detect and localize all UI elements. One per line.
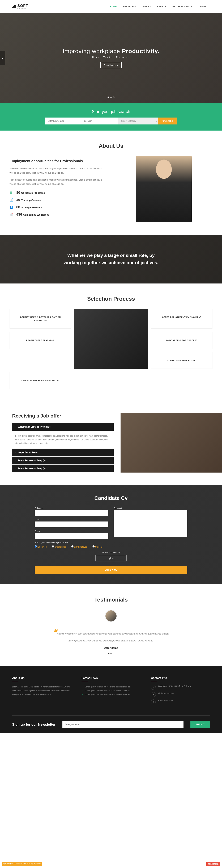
employment-status-label: Specify your current employment status — [35, 541, 187, 544]
location-input[interactable] — [82, 118, 118, 124]
process-step[interactable]: OFFER FOR STUDENT EMPLOYMENT — [151, 309, 213, 329]
process-image — [74, 309, 148, 369]
phone-icon: ✆ — [151, 700, 156, 704]
process-step[interactable]: IDENTIFY NEED & DEVELOP POSITION DESCRIP… — [9, 309, 71, 329]
offer-title: Receiving a Job offer — [12, 413, 114, 419]
offer-image — [121, 413, 222, 472]
process-step[interactable]: RECRUITMENT PLANNING — [9, 332, 71, 349]
quote-icon: ❝ — [53, 628, 57, 636]
newsletter-heading: Sign up for our Newsletter — [12, 722, 56, 726]
newsletter-input[interactable] — [62, 721, 184, 728]
name-label: Full name — [35, 507, 108, 509]
radio-option[interactable]: Unemployed — [52, 546, 66, 548]
comment-textarea[interactable] — [114, 510, 187, 537]
footer-about-text: Lorem ipsum non habent claritatem insita… — [12, 685, 71, 696]
name-input[interactable] — [35, 510, 108, 516]
category-select[interactable]: Select Category — [118, 118, 158, 124]
upload-label: Upload your resume — [35, 551, 187, 553]
banner-text: Whether we play a large or small role, b… — [62, 252, 160, 266]
contact-address: 8088 USA, Honey block, New York City — [158, 685, 191, 690]
testimonial-avatar — [105, 610, 117, 622]
testimonial-dots[interactable] — [9, 653, 213, 654]
process-step[interactable]: ONBOARDING FOR SUCCESS — [151, 332, 213, 349]
logo[interactable]: SOFT HR AGENCY — [12, 3, 30, 9]
nav-events[interactable]: EVENTS — [157, 5, 166, 8]
keyword-input[interactable] — [45, 118, 82, 124]
stat-item: ▦80Corporate Programs — [9, 191, 107, 195]
news-item[interactable]: Lorem ipsum dolor sit amet eleifend plac… — [82, 689, 140, 692]
email-label: Email — [35, 519, 108, 521]
main-nav: HOME SERVICES▼ JOBS▼ EVENTS PROFESSIONAL… — [110, 5, 210, 8]
footer-news-heading: Latest News — [82, 677, 140, 680]
email-input[interactable] — [35, 522, 108, 527]
about-subtitle: Employment opportunities for Professiona… — [9, 159, 107, 163]
testimonial-name: Dan Adams — [9, 646, 213, 649]
accordion-header[interactable]: Itaque Earum Rerum — [12, 448, 114, 456]
cv-title: Candidate Cv — [35, 495, 187, 501]
logo-icon — [12, 5, 16, 8]
process-step[interactable]: ASSESS & INTERVIEW CANDIDATES — [9, 372, 71, 389]
comment-label: Comment — [114, 507, 187, 509]
accordion-body: Lorem ipsum dolor sit amet, consectetur … — [12, 431, 114, 448]
radio-option[interactable]: Employed — [35, 546, 46, 548]
nav-jobs[interactable]: JOBS▼ — [143, 5, 151, 8]
news-item[interactable]: Lorem ipsum dolor sit amet eleifend plac… — [82, 685, 140, 689]
stat-item: 📄49Training Courses — [9, 198, 107, 202]
stat-item: 👥88Strategic Partners — [9, 205, 107, 209]
hero-title: Improving workplace Productivity. — [63, 48, 159, 55]
hero-slider: ‹ Improving workplace Productivity. Hire… — [0, 13, 222, 103]
slider-dots[interactable] — [107, 96, 115, 98]
upload-button[interactable]: Upload — [95, 555, 127, 561]
stat-item: 📈436Companies We Helped — [9, 213, 107, 217]
about-text: Pellentesque convallis diam consequat ma… — [9, 178, 107, 186]
about-image — [136, 156, 192, 222]
job-search-bar: Start your job search Select Category Fi… — [0, 103, 222, 130]
logo-subtitle: HR AGENCY — [17, 8, 30, 9]
nav-contact[interactable]: CONTACT — [198, 5, 210, 8]
accordion-header[interactable]: Autem Accusamus Terry Qui — [12, 457, 114, 464]
stat-icon: 📈 — [9, 213, 14, 217]
phone-input[interactable] — [35, 533, 108, 539]
accordion-header[interactable]: Assumenda Est Cliche Voluptate — [12, 423, 114, 431]
email-icon: ✉ — [151, 692, 156, 697]
find-jobs-button[interactable]: Find Jobs — [158, 118, 177, 124]
stat-icon: 📄 — [9, 198, 14, 202]
radio-option[interactable]: Self-Employed — [71, 546, 87, 548]
submit-cv-button[interactable]: Submit Cv — [35, 566, 187, 574]
slider-prev-arrow[interactable]: ‹ — [0, 51, 5, 65]
mission-banner: Whether we play a large or small role, b… — [0, 235, 222, 283]
read-more-button[interactable]: Read More » — [100, 62, 122, 68]
search-title: Start your job search — [0, 109, 222, 114]
phone-label: Phone — [35, 530, 108, 532]
contact-email: info@example.com — [158, 692, 174, 697]
logo-text: SOFT — [17, 3, 30, 8]
stat-icon: 👥 — [9, 205, 14, 209]
testimonials-title: Testimonials — [9, 596, 213, 603]
accordion-header[interactable]: Autem Accusamus Terry Qui — [12, 465, 114, 472]
stat-icon: ▦ — [9, 191, 14, 195]
footer-about-heading: About Us — [12, 677, 71, 680]
footer-contact-heading: Contact Info — [151, 677, 210, 680]
location-icon: ⊙ — [151, 685, 156, 690]
hero-subtitle: Hire. Train. Retain. — [63, 56, 159, 59]
nav-home[interactable]: HOME — [110, 5, 117, 9]
about-text: Pellentesque convallis diam consequat ma… — [9, 166, 107, 175]
news-item[interactable]: Lorem ipsum dolor sit amet eleifend plac… — [82, 692, 140, 696]
contact-phone: +0187 9088 9436 — [158, 700, 173, 704]
radio-option[interactable]: Student — [92, 546, 102, 548]
testimonial-text: ❝Nam libero tempore, cum soluta nobis es… — [50, 625, 172, 643]
newsletter-submit-button[interactable]: SUBMIT — [190, 721, 210, 728]
process-step[interactable]: SOURCING & ADVERTISING — [151, 352, 213, 369]
process-title: Selection Process — [9, 296, 213, 302]
nav-professionals[interactable]: PROFESSIONALS — [172, 5, 193, 8]
about-title: About Us — [9, 143, 213, 149]
nav-services[interactable]: SERVICES▼ — [123, 5, 137, 8]
